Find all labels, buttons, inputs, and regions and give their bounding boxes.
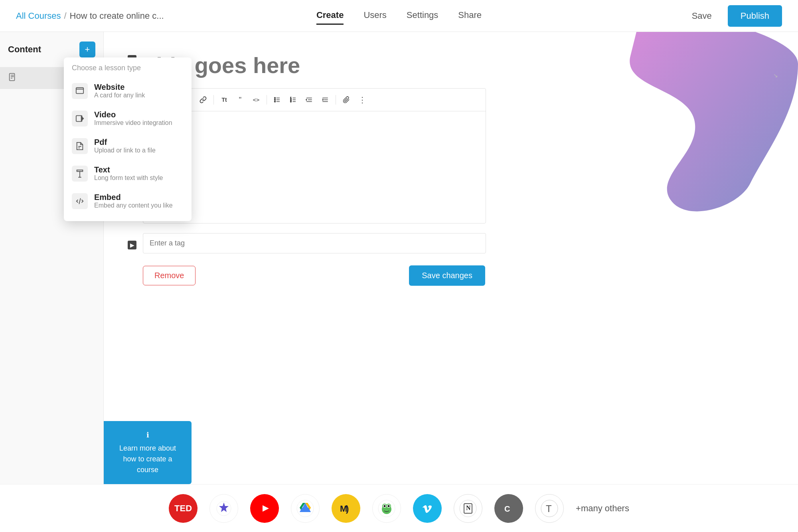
attachment-button[interactable] [339, 93, 354, 107]
add-lesson-button[interactable]: + [79, 42, 95, 57]
blockquote-button[interactable]: " [233, 93, 247, 107]
tag-block-handle[interactable]: ▶ [128, 241, 136, 249]
toolbar-separator-1 [213, 95, 214, 105]
code-button[interactable]: <> [249, 93, 263, 107]
nav-actions: Save Publish [684, 5, 782, 27]
video-icon [72, 111, 88, 127]
notion-icon[interactable]: N [454, 494, 482, 523]
editor-toolbar: B I S Tt " <> [143, 89, 486, 111]
indent-button[interactable] [318, 93, 332, 107]
svg-point-51 [384, 505, 386, 507]
remove-button[interactable]: Remove [143, 266, 196, 285]
outdent-button[interactable] [302, 93, 316, 107]
website-desc: A card for any link [94, 92, 145, 99]
svg-text:): ) [346, 504, 349, 514]
breadcrumb-separator: / [64, 11, 66, 21]
ordered-list-button[interactable]: 1 2 3 [286, 93, 300, 107]
video-label: Video [94, 110, 172, 119]
info-icon: ℹ [115, 430, 180, 441]
embed-label: Embed [94, 193, 173, 202]
dropdown-item-text[interactable]: Text Long form text with style [64, 160, 192, 187]
video-desc: Immersive video integration [94, 119, 172, 127]
vimeo-icon[interactable] [413, 494, 442, 523]
save-button[interactable]: Save [684, 7, 720, 25]
rich-text-editor: B I S Tt " <> [143, 88, 486, 223]
pdf-desc: Upload or link to a file [94, 147, 156, 154]
calendly-icon[interactable]: C [494, 494, 523, 523]
frog-icon[interactable] [372, 494, 401, 523]
unordered-list-button[interactable] [270, 93, 284, 107]
save-changes-button[interactable]: Save changes [409, 265, 485, 286]
sidebar: Content + ⠿ Choose a lesson type [0, 32, 104, 532]
top-nav: All Courses / How to create online c... … [0, 0, 798, 32]
svg-marker-7 [81, 116, 84, 121]
publish-button[interactable]: Publish [728, 5, 782, 27]
content-area: ▶ ↘ ▶ B I S [104, 32, 798, 532]
google-drive-icon[interactable] [291, 494, 320, 523]
dropdown-item-embed[interactable]: Embed Embed any content you like [64, 187, 192, 215]
pdf-label: Pdf [94, 138, 156, 147]
editor-block: ▶ B I S Tt " <> [128, 88, 774, 223]
tab-settings[interactable]: Settings [407, 7, 439, 25]
learn-more-banner[interactable]: ℹ Learn more about how to create a cours… [104, 421, 192, 484]
text-icon [72, 166, 88, 182]
lesson-type-dropdown: Choose a lesson type Website A card for … [64, 57, 192, 221]
svg-point-53 [419, 500, 436, 517]
main-layout: Content + ⠿ Choose a lesson type [0, 32, 798, 532]
svg-text:N: N [466, 504, 471, 511]
pdf-icon [72, 138, 88, 154]
tag-block: ▶ [128, 233, 774, 253]
handle-arrow-icon-3: ▶ [130, 242, 134, 248]
svg-text:T: T [546, 503, 552, 514]
svg-text:3: 3 [290, 100, 292, 103]
toolbar-separator-3 [336, 95, 336, 105]
main-nav-tabs: Create Users Settings Share [316, 7, 482, 25]
breadcrumb-all-courses[interactable]: All Courses [16, 11, 61, 21]
integrations-row: TED [0, 484, 798, 532]
learn-more-text: Learn more about how to create a course [115, 443, 180, 475]
svg-line-12 [79, 198, 81, 204]
website-icon [72, 83, 88, 99]
text-label: Text [94, 165, 163, 174]
dropdown-header: Choose a lesson type [64, 64, 192, 77]
text-desc: Long form text with style [94, 174, 163, 182]
tag-input[interactable] [143, 233, 486, 253]
svg-point-52 [388, 505, 390, 507]
website-label: Website [94, 83, 145, 92]
perplexity-icon[interactable] [209, 494, 238, 523]
sidebar-title: Content [8, 44, 41, 55]
more-integrations-label: +many others [576, 503, 629, 514]
tab-create[interactable]: Create [316, 7, 344, 25]
action-buttons: Remove Save changes [128, 265, 485, 286]
text-style-button[interactable]: Tt [217, 93, 231, 107]
svg-point-18 [275, 99, 276, 101]
svg-rect-4 [76, 87, 83, 93]
breadcrumb-current: How to create online c... [70, 11, 164, 21]
tab-share[interactable]: Share [458, 7, 482, 25]
link-button[interactable] [196, 93, 210, 107]
dropdown-item-pdf[interactable]: Pdf Upload or link to a file [64, 132, 192, 160]
plus-icon: + [85, 44, 90, 55]
make-icon[interactable]: M ) [332, 494, 360, 523]
toolbar-separator-2 [267, 95, 267, 105]
youtube-icon[interactable] [250, 494, 279, 523]
more-options-button[interactable]: ⋮ [355, 93, 369, 107]
svg-text:C: C [504, 504, 510, 513]
svg-point-20 [275, 101, 276, 102]
tab-users[interactable]: Users [363, 7, 386, 25]
document-icon [8, 73, 17, 83]
title-resize-handle[interactable]: ↘ [773, 72, 778, 79]
t-letter-icon[interactable]: T [535, 494, 564, 523]
embed-desc: Embed any content you like [94, 202, 173, 209]
dropdown-item-website[interactable]: Website A card for any link [64, 77, 192, 105]
title-block: ▶ ↘ [128, 52, 774, 79]
embed-icon [72, 193, 88, 209]
editor-content-area[interactable] [143, 111, 486, 223]
dropdown-item-video[interactable]: Video Immersive video integration [64, 105, 192, 132]
svg-point-16 [275, 97, 276, 99]
ted-icon[interactable]: TED [169, 494, 198, 523]
